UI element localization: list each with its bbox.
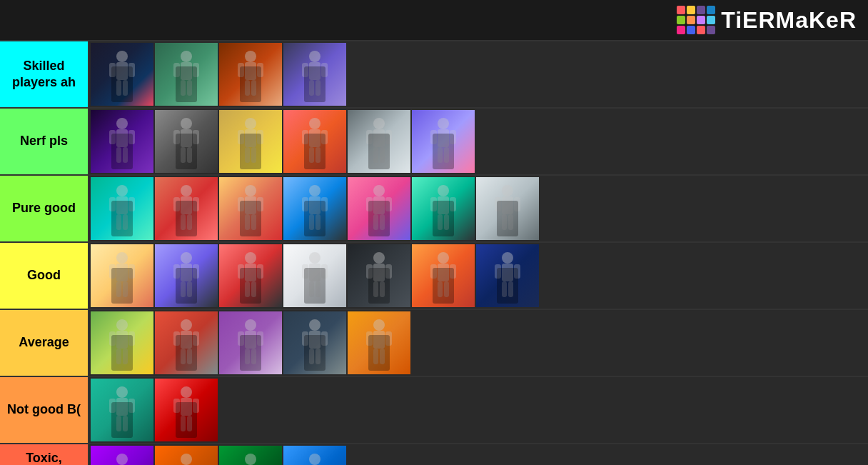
tier-item-toxic-2[interactable]: [219, 446, 282, 465]
tier-item-inner-skilled-0: [91, 43, 153, 106]
tier-item-skilled-1[interactable]: [155, 43, 218, 106]
tier-item-inner-toxic-0: [91, 446, 153, 465]
svg-point-78: [309, 185, 321, 196]
svg-rect-32: [173, 130, 180, 144]
tier-item-not-good-1[interactable]: [155, 379, 218, 441]
main-container: TiERMaKeR Skilled players ah: [0, 0, 868, 465]
tier-item-pure-good-4[interactable]: [348, 177, 410, 240]
svg-point-54: [438, 118, 449, 129]
svg-point-114: [245, 252, 256, 264]
tier-item-toxic-3[interactable]: [283, 446, 346, 465]
tier-item-skilled-2[interactable]: [219, 43, 282, 106]
svg-rect-86: [366, 197, 373, 211]
tier-item-pure-good-6[interactable]: [476, 177, 539, 240]
tier-item-good-4[interactable]: [348, 244, 410, 307]
tier-item-not-good-0[interactable]: [91, 379, 153, 441]
svg-rect-161: [251, 349, 256, 364]
svg-rect-119: [251, 281, 256, 297]
tier-item-pure-good-2[interactable]: [219, 177, 282, 240]
tier-items-average: [89, 310, 868, 376]
tier-item-average-2[interactable]: [219, 311, 282, 374]
svg-rect-176: [109, 399, 116, 413]
tier-item-average-0[interactable]: [91, 311, 153, 374]
svg-rect-58: [438, 147, 443, 163]
tier-item-inner-good-3: [283, 244, 346, 307]
svg-point-168: [373, 319, 385, 331]
tier-item-inner-skilled-3: [283, 43, 346, 106]
svg-rect-113: [187, 281, 192, 297]
tier-item-good-1[interactable]: [155, 244, 218, 307]
tier-item-good-3[interactable]: [283, 244, 346, 307]
svg-rect-160: [245, 349, 250, 364]
tier-item-good-0[interactable]: [91, 244, 153, 307]
tier-item-pure-good-5[interactable]: [412, 177, 475, 240]
tier-item-good-5[interactable]: [412, 244, 475, 307]
tier-label-pure-good: Pure good: [0, 176, 89, 241]
svg-point-120: [309, 252, 321, 264]
svg-rect-27: [128, 130, 135, 144]
svg-rect-89: [380, 214, 385, 230]
svg-rect-166: [309, 349, 314, 364]
tier-item-inner-pure-good-4: [348, 177, 410, 240]
logo-grid: [677, 6, 715, 34]
logo-tier: TiER: [721, 7, 775, 33]
tier-item-pure-good-1[interactable]: [155, 177, 218, 240]
svg-rect-165: [321, 331, 328, 346]
svg-point-156: [245, 319, 256, 331]
svg-rect-67: [181, 196, 192, 214]
svg-point-66: [181, 185, 192, 196]
svg-rect-21: [321, 63, 328, 77]
tier-row-average: Average: [0, 310, 868, 377]
svg-rect-22: [309, 80, 314, 96]
tier-item-average-1[interactable]: [155, 311, 218, 374]
tier-item-good-6[interactable]: [476, 244, 539, 307]
logo-cell-6: [697, 16, 705, 24]
tier-item-nerf-5[interactable]: [412, 110, 475, 173]
svg-rect-47: [316, 147, 321, 163]
svg-rect-158: [238, 331, 244, 346]
svg-rect-4: [116, 80, 121, 96]
tier-item-toxic-0[interactable]: [91, 446, 153, 465]
svg-rect-64: [116, 214, 121, 230]
tier-item-pure-good-0[interactable]: [91, 177, 153, 240]
svg-rect-61: [116, 196, 128, 214]
svg-rect-177: [128, 399, 135, 413]
svg-rect-81: [321, 197, 328, 211]
svg-rect-184: [181, 416, 186, 431]
svg-point-90: [438, 185, 449, 196]
tier-item-inner-nerf-1: [155, 110, 218, 173]
tier-item-good-2[interactable]: [219, 244, 282, 307]
tier-item-inner-nerf-5: [412, 110, 475, 173]
tier-item-pure-good-3[interactable]: [283, 177, 346, 240]
svg-rect-147: [128, 331, 135, 346]
tier-item-skilled-3[interactable]: [283, 43, 346, 106]
tier-item-skilled-0[interactable]: [91, 43, 153, 106]
tier-item-average-3[interactable]: [283, 311, 346, 374]
svg-point-48: [373, 118, 385, 129]
svg-rect-140: [495, 264, 501, 279]
tier-item-nerf-2[interactable]: [219, 110, 282, 173]
svg-rect-55: [438, 129, 449, 147]
tier-item-average-4[interactable]: [348, 311, 410, 374]
logo-cell-10: [697, 26, 705, 34]
svg-rect-25: [116, 129, 128, 147]
svg-point-186: [116, 454, 128, 465]
svg-rect-13: [245, 62, 256, 80]
svg-rect-16: [245, 80, 250, 96]
tier-items-nerf: [89, 109, 868, 174]
svg-rect-107: [123, 281, 128, 297]
tier-item-nerf-1[interactable]: [155, 110, 218, 173]
svg-rect-181: [181, 398, 192, 416]
svg-rect-8: [173, 63, 180, 77]
svg-rect-11: [187, 80, 192, 96]
svg-point-102: [116, 252, 128, 264]
svg-rect-1: [116, 62, 128, 80]
svg-rect-53: [380, 147, 385, 163]
tier-item-toxic-1[interactable]: [155, 446, 218, 465]
tier-item-nerf-4[interactable]: [348, 110, 410, 173]
svg-rect-170: [366, 331, 373, 346]
svg-rect-167: [316, 349, 321, 364]
tier-item-nerf-0[interactable]: [91, 110, 153, 173]
tier-item-nerf-3[interactable]: [283, 110, 346, 173]
tier-label-average: Average: [0, 310, 89, 376]
